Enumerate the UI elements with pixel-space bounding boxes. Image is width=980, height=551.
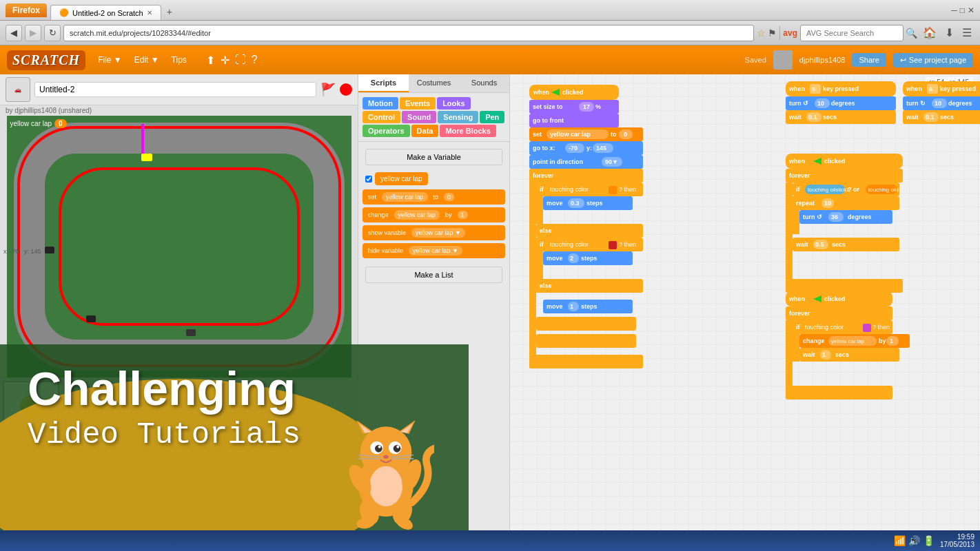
set-val: 0: [444, 193, 454, 201]
svg-rect-137: [863, 324, 871, 332]
cat-sound[interactable]: Sound: [402, 111, 436, 123]
download-icon[interactable]: ⬇: [942, 25, 957, 41]
browser-tab-active[interactable]: 🟠 Untitled-2 on Scratch ✕: [50, 5, 161, 20]
taskbar-system-icons: 📶 🔊 🔋: [894, 535, 935, 546]
set-lap-block: set yellow car lap to 0: [529, 127, 643, 141]
address-bar[interactable]: [63, 25, 754, 41]
upload-icon[interactable]: ⬆: [206, 54, 215, 67]
svg-text:wait: wait: [788, 114, 802, 121]
svg-text:17: 17: [583, 103, 590, 110]
nav-edit[interactable]: Edit ▼: [129, 53, 165, 67]
green-flag-button[interactable]: 🚩: [320, 82, 336, 97]
new-tab-button[interactable]: +: [161, 3, 178, 20]
cat-data[interactable]: Data: [411, 125, 439, 137]
go-to-front-block: go to front: [529, 114, 619, 127]
username-display[interactable]: djphillips1408: [799, 56, 846, 64]
forward-button[interactable]: ▶: [25, 25, 41, 41]
svg-rect-120: [793, 238, 899, 251]
cat-more[interactable]: More Blocks: [440, 125, 496, 137]
svg-text:0.1: 0.1: [926, 114, 935, 121]
close-icon[interactable]: ✕: [968, 6, 974, 15]
tab-scripts[interactable]: Scripts: [358, 74, 409, 92]
script-area[interactable]: x: 54 y: 145 when clicked: [510, 74, 980, 551]
search-icon[interactable]: 🔍: [906, 28, 917, 39]
fullscreen-icon[interactable]: ⛶: [235, 54, 246, 66]
cat-sensing[interactable]: Sensing: [438, 111, 478, 123]
tab-close-btn[interactable]: ✕: [147, 9, 152, 17]
lap-value: 0: [54, 119, 67, 128]
share-button[interactable]: Share: [852, 53, 886, 67]
tab-bar: 🟠 Untitled-2 on Scratch ✕ +: [50, 0, 951, 20]
bookmark-icon[interactable]: ⚑: [768, 28, 777, 39]
svg-rect-32: [529, 355, 643, 368]
browser-toolbar: ◀ ▶ ↻ ☆ ⚑ avg 🔍 🏠 ⬇ ☰: [0, 21, 980, 45]
svg-rect-65: [536, 334, 636, 348]
tab-title: Untitled-2 on Scratch: [72, 9, 143, 17]
svg-text:90▼: 90▼: [605, 158, 618, 165]
svg-text:touching color: touching color: [550, 186, 589, 193]
search-bar[interactable]: [800, 25, 904, 41]
stop-button[interactable]: [340, 83, 352, 96]
set-var-name: yellow car lap: [382, 192, 428, 202]
blocks-canvas: x: 54 y: 145 when clicked: [510, 74, 980, 551]
cat-events[interactable]: Events: [400, 97, 436, 110]
cat-motion[interactable]: Motion: [363, 97, 398, 110]
video-overlay: Challenging Video Tutorials: [0, 344, 469, 530]
svg-text:forever: forever: [533, 172, 554, 179]
scratch-right: Saved djphillips1408 Share ↩ See project…: [745, 50, 973, 70]
cat-operators[interactable]: Operators: [363, 125, 410, 137]
svg-text:wait: wait: [906, 114, 919, 121]
svg-text:repeat: repeat: [796, 200, 815, 207]
svg-point-162: [378, 446, 381, 448]
set-var-block[interactable]: set yellow car lap to 0: [363, 189, 505, 205]
home-icon[interactable]: 🏠: [920, 25, 939, 41]
s-key-left-group: when s key pressed turn ↺ 10 degrees: [786, 81, 896, 124]
variable-name-label: yellow car lap: [380, 175, 422, 183]
nav-tips[interactable]: Tips: [166, 53, 192, 67]
project-title-input[interactable]: [34, 82, 316, 97]
click-oilslick-group: when clicked forever: [786, 154, 906, 293]
variable-block[interactable]: yellow car lap: [375, 172, 428, 185]
reload-button[interactable]: ↻: [44, 25, 61, 41]
cat-looks[interactable]: Looks: [437, 97, 470, 110]
svg-text:set: set: [533, 131, 542, 138]
maximize-icon[interactable]: □: [960, 6, 965, 15]
star-icon[interactable]: ☆: [757, 28, 766, 39]
make-list-button[interactable]: Make a List: [365, 267, 502, 283]
cat-pen[interactable]: Pen: [480, 111, 504, 123]
svg-text:degrees: degrees: [831, 100, 855, 107]
show-var-block[interactable]: show variable yellow car lap ▼: [363, 225, 505, 240]
help-icon[interactable]: ?: [252, 54, 258, 66]
change-var-block[interactable]: change yellow car lap by 1: [363, 207, 505, 222]
firefox-button[interactable]: Firefox: [6, 3, 47, 17]
speaker-icon: 🔊: [908, 535, 920, 546]
tab-favicon: 🟠: [59, 8, 69, 17]
svg-rect-29: [529, 169, 536, 368]
add-icon[interactable]: ✛: [221, 54, 229, 67]
set-size-block: set size to 17 %: [529, 100, 619, 114]
show-var-name: yellow car lap ▼: [411, 228, 465, 238]
nav-file[interactable]: File ▼: [92, 53, 127, 67]
svg-text:set size to: set size to: [533, 103, 563, 110]
taskbar-date-display: 17/05/2013: [940, 541, 974, 548]
menu-icon[interactable]: ☰: [959, 25, 974, 41]
svg-rect-64: [536, 317, 636, 331]
hide-var-block[interactable]: hide variable yellow car lap ▼: [363, 243, 505, 258]
svg-text:10: 10: [935, 100, 941, 107]
make-variable-button[interactable]: Make a Variable: [365, 149, 502, 165]
tab-costumes[interactable]: Costumes: [409, 74, 459, 92]
cat-control[interactable]: Control: [363, 111, 400, 123]
svg-text:0.3: 0.3: [571, 200, 580, 207]
back-button[interactable]: ◀: [6, 25, 22, 41]
minimize-icon[interactable]: ─: [951, 6, 957, 15]
svg-text:touching color: touching color: [805, 324, 844, 331]
svg-text:turn ↺: turn ↺: [789, 100, 808, 107]
tab-sounds[interactable]: Sounds: [459, 74, 509, 92]
see-project-button[interactable]: ↩ See project page: [893, 53, 973, 67]
svg-text:? then: ? then: [872, 324, 890, 331]
svg-text:when: when: [533, 89, 549, 96]
variable-checkbox[interactable]: [365, 176, 372, 183]
black-car-3: [186, 329, 196, 336]
svg-text:36: 36: [831, 214, 838, 220]
saved-indicator: Saved: [745, 56, 766, 64]
